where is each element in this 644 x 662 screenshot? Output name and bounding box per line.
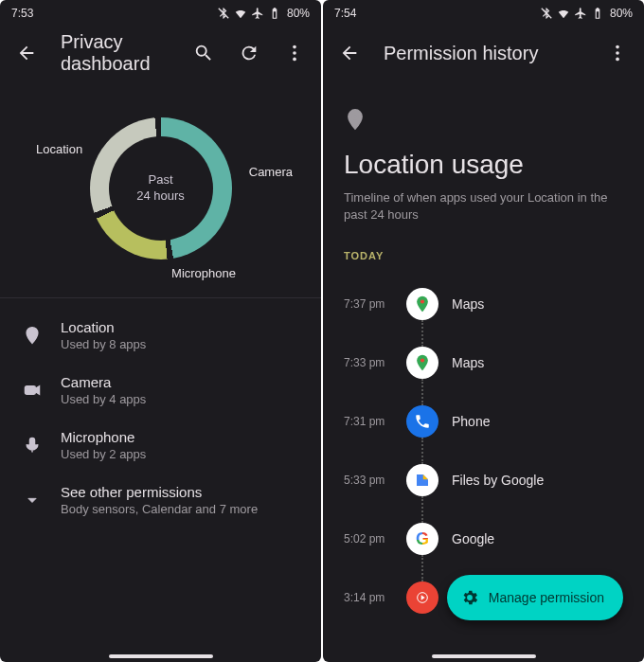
status-bar: 7:54 80% xyxy=(323,0,644,27)
timeline-app-name: Maps xyxy=(452,355,484,370)
svg-point-2 xyxy=(293,51,296,55)
app-icon-phone xyxy=(406,405,438,438)
status-battery: 80% xyxy=(287,7,310,20)
timeline-row[interactable]: 5:33 pm Files by Google xyxy=(344,451,635,510)
timeline-time: 3:14 pm xyxy=(344,591,393,604)
svg-point-8 xyxy=(616,45,619,49)
permission-sub: Used by 8 apps xyxy=(61,337,146,351)
gear-icon xyxy=(460,588,479,607)
back-button[interactable] xyxy=(331,34,368,72)
app-icon-files xyxy=(406,464,438,496)
permission-title: Camera xyxy=(61,374,146,390)
donut-center-line2: 24 hours xyxy=(136,188,185,205)
status-time: 7:53 xyxy=(11,7,217,20)
timeline-time: 5:02 pm xyxy=(344,532,393,546)
arrow-back-icon xyxy=(16,43,37,63)
manage-permission-fab[interactable]: Manage permission xyxy=(447,575,623,620)
app-icon-ytmusic xyxy=(406,581,438,614)
permission-row-location[interactable]: Location Used by 8 apps xyxy=(4,308,317,363)
privacy-dashboard-screen: 7:53 80% Privacy dashboard Past 24 hours xyxy=(0,0,321,662)
timeline-row[interactable]: 7:31 pm Phone xyxy=(344,392,635,451)
refresh-icon xyxy=(239,43,259,63)
refresh-button[interactable] xyxy=(230,34,268,72)
more-vert-icon xyxy=(284,43,305,63)
usage-donut-chart: Past 24 hours Location Camera Microphone xyxy=(0,80,321,297)
wifi-icon xyxy=(557,7,570,20)
more-vert-icon xyxy=(607,43,628,63)
timeline-row[interactable]: 7:33 pm Maps xyxy=(344,333,635,392)
timeline-section-label: TODAY xyxy=(323,242,644,275)
location-pin-icon xyxy=(21,326,44,345)
airplane-icon xyxy=(251,7,264,20)
bluetooth-off-icon xyxy=(540,7,553,20)
timeline-time: 7:33 pm xyxy=(344,356,393,369)
app-bar-title: Privacy dashboard xyxy=(53,31,177,75)
airplane-icon xyxy=(574,7,587,20)
battery-icon xyxy=(591,7,604,20)
timeline-app-name: Files by Google xyxy=(452,473,544,488)
donut-center-line1: Past xyxy=(136,172,185,188)
svg-point-10 xyxy=(616,58,619,62)
gesture-nav-bar[interactable] xyxy=(109,654,213,658)
chevron-down-icon xyxy=(21,491,44,510)
overflow-button[interactable] xyxy=(276,34,313,72)
back-button[interactable] xyxy=(8,34,45,72)
app-icon-google: G xyxy=(406,523,438,555)
svg-point-1 xyxy=(293,45,296,49)
timeline-app-name: Google xyxy=(452,531,494,546)
permission-row-microphone[interactable]: Microphone Used by 2 apps xyxy=(4,418,317,473)
svg-point-12 xyxy=(420,300,424,304)
permission-sub: Used by 4 apps xyxy=(61,392,146,406)
see-other-title: See other permissions xyxy=(61,484,258,500)
microphone-icon xyxy=(21,436,44,455)
permission-history-screen: 7:54 80% Permission history Location usa… xyxy=(323,0,644,662)
gesture-nav-bar[interactable] xyxy=(432,654,536,658)
fab-label: Manage permission xyxy=(489,590,604,605)
svg-point-13 xyxy=(420,359,424,363)
app-icon-maps xyxy=(406,347,438,379)
page-header: Location usage Timeline of when apps use… xyxy=(323,80,644,242)
timeline-time: 5:33 pm xyxy=(344,474,393,487)
timeline-row[interactable]: 5:02 pm G Google xyxy=(344,510,635,568)
permission-row-camera[interactable]: Camera Used by 4 apps xyxy=(4,363,317,418)
permission-title: Microphone xyxy=(61,429,146,445)
bluetooth-off-icon xyxy=(217,7,230,20)
svg-point-11 xyxy=(353,115,358,119)
status-icons: 80% xyxy=(217,7,310,20)
app-icon-maps xyxy=(406,288,438,320)
overflow-button[interactable] xyxy=(599,34,636,72)
donut-label-microphone: Microphone xyxy=(171,266,236,280)
page-title: Location usage xyxy=(344,150,623,180)
timeline-app-name: Phone xyxy=(452,414,490,429)
timeline-row[interactable]: 7:37 pm Maps xyxy=(344,275,635,333)
app-bar: Privacy dashboard xyxy=(0,27,321,80)
permission-list: Location Used by 8 apps Camera Used by 4… xyxy=(0,308,321,528)
see-other-permissions[interactable]: See other permissions Body sensors, Cale… xyxy=(4,473,317,528)
search-button[interactable] xyxy=(185,34,223,72)
wifi-icon xyxy=(234,7,247,20)
permission-sub: Used by 2 apps xyxy=(61,447,146,461)
svg-rect-5 xyxy=(26,386,36,394)
permission-title: Location xyxy=(61,319,146,335)
status-bar: 7:53 80% xyxy=(0,0,321,27)
timeline-time: 7:31 pm xyxy=(344,415,393,428)
status-time: 7:54 xyxy=(334,7,540,20)
section-divider xyxy=(0,297,321,298)
see-other-sub: Body sensors, Calendar and 7 more xyxy=(61,502,258,516)
donut-label-location: Location xyxy=(36,142,82,156)
status-battery: 80% xyxy=(610,7,633,20)
page-subtitle: Timeline of when apps used your Location… xyxy=(344,189,623,224)
donut-label-camera: Camera xyxy=(249,165,293,179)
timeline-app-name: Maps xyxy=(452,296,484,312)
arrow-back-icon xyxy=(339,43,360,63)
svg-point-9 xyxy=(616,51,619,55)
app-bar-title: Permission history xyxy=(376,43,591,64)
app-bar: Permission history xyxy=(323,27,644,80)
location-pin-icon xyxy=(344,117,367,134)
donut-ring: Past 24 hours xyxy=(90,117,232,259)
svg-point-4 xyxy=(30,331,34,334)
search-icon xyxy=(193,43,214,63)
svg-point-3 xyxy=(293,58,296,62)
status-icons: 80% xyxy=(540,7,633,20)
battery-icon xyxy=(268,7,281,20)
